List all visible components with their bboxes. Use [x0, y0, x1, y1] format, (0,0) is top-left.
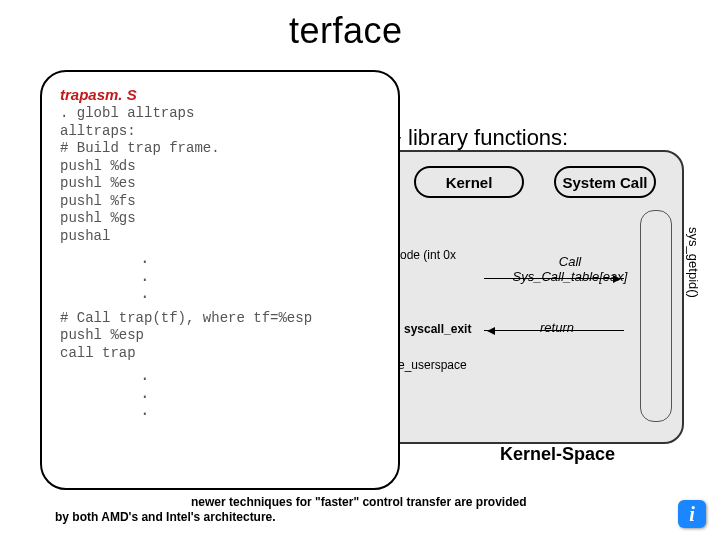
code-block-2: # Call trap(tf), where tf=%esp pushl %es…: [60, 310, 380, 363]
arrow-return: [484, 330, 624, 331]
call-label: CallSys_Call_table[eax]: [510, 254, 630, 284]
slide: System Call Interface h C/C++ library fu…: [0, 0, 720, 540]
footnote: Note: in x86-64, though newer techniques…: [55, 495, 615, 525]
ellipsis-2: ...: [140, 368, 380, 421]
syscall-vertical-label: sys_getpid(): [686, 227, 701, 298]
page-title: System Call Interface: [50, 10, 403, 52]
syscall-column: [640, 210, 672, 422]
info-icon[interactable]: i: [678, 500, 706, 528]
callout-filename: trapasm. S: [60, 86, 380, 103]
ellipsis-1: ...: [140, 251, 380, 304]
userspace-label: e_userspace: [398, 358, 467, 372]
system-call-box: System Call: [554, 166, 656, 198]
kernel-space-label: Kernel-Space: [500, 444, 615, 465]
code-block-1: . globl alltraps alltraps: # Build trap …: [60, 105, 380, 245]
syscall-exit-label: syscall_exit: [404, 322, 471, 336]
code-callout: trapasm. S . globl alltraps alltraps: # …: [40, 70, 400, 490]
arrow-call: [484, 278, 624, 279]
return-label: return: [540, 320, 574, 335]
kernel-box: Kernel: [414, 166, 524, 198]
